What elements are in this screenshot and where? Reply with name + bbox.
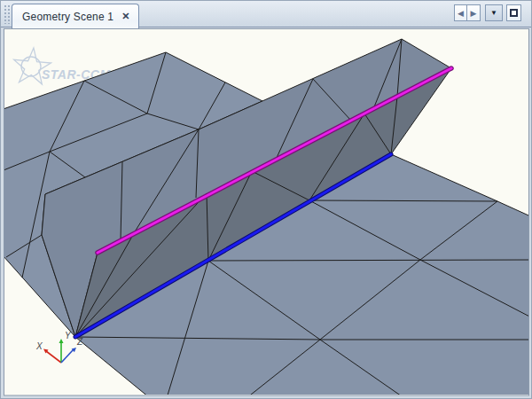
tab-label: Geometry Scene 1 bbox=[22, 11, 113, 23]
scroll-tabs-right-button[interactable]: ▶ bbox=[467, 4, 481, 21]
tab-close-icon[interactable]: ✕ bbox=[121, 12, 129, 21]
scene-tab-bar: Geometry Scene 1 ✕ ◀ ▶ ▼ bbox=[1, 1, 532, 27]
geometry-scene-3d-viewport[interactable]: STAR-CCM+XYZ bbox=[1, 1, 532, 399]
tab-geometry-scene-1[interactable]: Geometry Scene 1 ✕ bbox=[12, 4, 139, 28]
tab-bar-grip-handle[interactable] bbox=[4, 4, 10, 24]
tab-list-dropdown-button[interactable]: ▼ bbox=[485, 4, 503, 21]
application-window: STAR-CCM+XYZ Geometry Scene 1 ✕ ◀ ▶ ▼ bbox=[0, 0, 532, 399]
scroll-tabs-left-button[interactable]: ◀ bbox=[454, 4, 467, 21]
maximize-square-icon bbox=[510, 9, 518, 17]
axis-label-x: X bbox=[35, 341, 43, 351]
axis-label-z: Z bbox=[76, 337, 83, 347]
maximize-view-button[interactable] bbox=[506, 4, 521, 21]
